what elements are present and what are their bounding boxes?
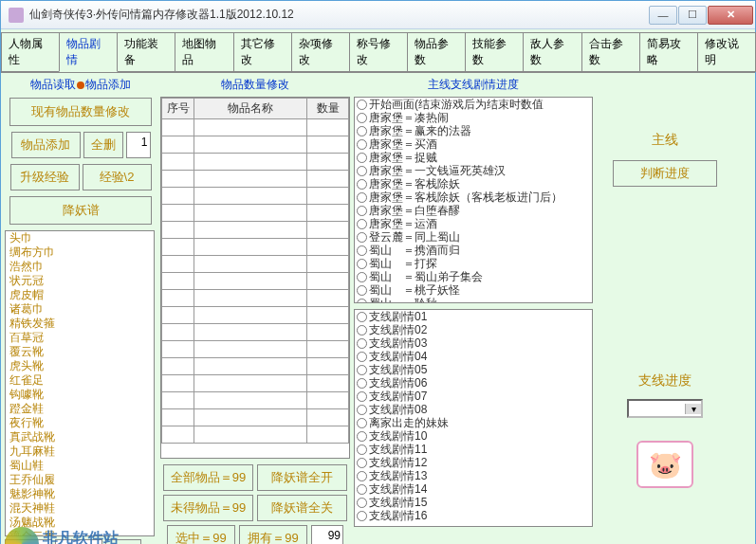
table-row[interactable] (162, 392, 349, 409)
table-row[interactable] (162, 426, 349, 444)
list-item[interactable]: 百草冠 (6, 331, 154, 345)
list-item[interactable]: 诸葛巾 (6, 302, 154, 317)
tab-10[interactable]: 合击参数 (581, 32, 640, 72)
radio-item[interactable]: 蜀山 ＝桃子妖怪 (355, 283, 592, 297)
yao-close-button[interactable]: 降妖谱全关 (257, 495, 347, 521)
sub-progress-select[interactable] (627, 399, 703, 418)
radio-item[interactable]: 支线剧情05 (355, 363, 592, 376)
upgrade-exp-button[interactable]: 升级经验 (10, 164, 80, 190)
tab-8[interactable]: 技能参数 (465, 32, 524, 72)
table-row[interactable] (162, 358, 349, 375)
radio-item[interactable]: 唐家堡＝买酒 (355, 137, 592, 151)
radio-item[interactable]: 支线剧情08 (355, 403, 592, 416)
table-row[interactable] (162, 171, 349, 188)
tab-5[interactable]: 杂项修改 (291, 32, 350, 72)
table-row[interactable] (162, 341, 349, 358)
radio-item[interactable]: 支线剧情12 (355, 456, 592, 469)
item-listbox[interactable]: 头巾绸布方巾浩然巾状元冠虎皮帽诸葛巾精铁发箍百草冠覆云靴虎头靴红雀足钩噱靴蹬金鞋… (5, 230, 155, 536)
table-row[interactable] (162, 188, 349, 205)
radio-item[interactable]: 蜀山 ＝蜀山弟子集会 (355, 270, 592, 283)
tab-6[interactable]: 称号修改 (349, 32, 408, 72)
list-item[interactable]: 魅影神靴 (6, 487, 154, 501)
radio-item[interactable]: 蜀山 ＝携酒而归 (355, 244, 592, 257)
table-row[interactable] (162, 239, 349, 256)
radio-item[interactable]: 支线剧情13 (355, 469, 592, 482)
yao-open-button[interactable]: 降妖谱全开 (257, 464, 347, 491)
radio-item[interactable]: 唐家堡＝客栈除妖（客栈老板进门后） (355, 190, 592, 204)
main-story-list[interactable]: 开始画面(结束游戏后为结束时数值唐家堡＝凑热闹唐家堡＝赢来的法器唐家堡＝买酒唐家… (354, 97, 593, 303)
radio-item[interactable]: 支线剧情14 (355, 482, 592, 496)
list-item[interactable]: 状元冠 (6, 274, 154, 288)
tab-7[interactable]: 物品参数 (407, 32, 466, 72)
judge-button[interactable]: 判断进度 (613, 160, 717, 187)
radio-item[interactable]: 唐家堡＝白堕春醪 (355, 204, 592, 217)
radio-item[interactable]: 支线剧情03 (355, 336, 592, 350)
selected-99-button[interactable]: 选中＝99 (167, 525, 235, 544)
have-99-button[interactable]: 拥有＝99 (239, 525, 307, 544)
list-item[interactable]: 虎头靴 (6, 359, 154, 373)
radio-item[interactable]: 唐家堡＝运酒 (355, 217, 592, 230)
radio-item[interactable]: 支线剧情04 (355, 350, 592, 363)
table-row[interactable] (162, 256, 349, 273)
tab-11[interactable]: 简易攻略 (639, 32, 698, 72)
radio-item[interactable]: 蜀山 ＝聆秋 (355, 297, 592, 303)
table-row[interactable] (162, 409, 349, 426)
table-row[interactable] (162, 154, 349, 171)
tab-4[interactable]: 其它修改 (233, 32, 292, 72)
list-item[interactable]: 浩然巾 (6, 260, 154, 274)
qty-grid[interactable]: 序号 物品名称 数量 (160, 97, 350, 459)
list-item[interactable]: 九耳麻鞋 (6, 444, 154, 459)
radio-item[interactable]: 唐家堡＝赢来的法器 (355, 124, 592, 137)
qty-input[interactable]: 1 (126, 132, 151, 158)
table-row[interactable] (162, 205, 349, 222)
list-item[interactable]: 王乔仙履 (6, 473, 154, 487)
table-row[interactable] (162, 136, 349, 154)
radio-item[interactable]: 支线剧情15 (355, 496, 592, 509)
radio-item[interactable]: 唐家堡＝凑热闹 (355, 111, 592, 124)
list-item[interactable]: 夜行靴 (6, 416, 154, 430)
list-item[interactable]: 蹬金鞋 (6, 402, 154, 416)
yao-book-button[interactable]: 降妖谱 (9, 196, 152, 225)
radio-item[interactable]: 唐家堡＝捉贼 (355, 151, 592, 164)
table-row[interactable] (162, 324, 349, 341)
list-item[interactable]: 头巾 (6, 231, 154, 245)
radio-item[interactable]: 支线剧情10 (355, 429, 592, 443)
all-99-button[interactable]: 全部物品＝99 (163, 464, 253, 491)
tab-3[interactable]: 地图物品 (175, 32, 233, 72)
list-item[interactable]: 真武战靴 (6, 430, 154, 444)
tab-2[interactable]: 功能装备 (117, 32, 175, 72)
list-item[interactable]: 绸布方巾 (6, 245, 154, 260)
table-row[interactable] (162, 273, 349, 290)
table-row[interactable] (162, 222, 349, 239)
list-item[interactable]: 精铁发箍 (6, 317, 154, 331)
table-row[interactable] (162, 375, 349, 392)
list-item[interactable]: 红雀足 (6, 373, 154, 388)
add-item-button[interactable]: 物品添加 (11, 132, 81, 158)
not-got-99-button[interactable]: 未得物品＝99 (163, 495, 253, 521)
list-item[interactable]: 蜀山鞋 (6, 459, 154, 473)
radio-item[interactable]: 蜀山 ＝打探 (355, 257, 592, 270)
radio-item[interactable]: 支线剧情11 (355, 443, 592, 456)
radio-item[interactable]: 唐家堡＝一文钱逼死英雄汉 (355, 164, 592, 177)
have-qty-input[interactable]: 99 (311, 525, 343, 544)
tab-0[interactable]: 人物属性 (1, 32, 60, 72)
maximize-button[interactable]: ☐ (678, 6, 707, 25)
list-item[interactable]: 覆云靴 (6, 345, 154, 359)
delete-all-button[interactable]: 全删 (83, 132, 123, 158)
radio-item[interactable]: 支线剧情01 (355, 310, 592, 323)
radio-item[interactable]: 离家出走的妹妹 (355, 416, 592, 429)
radio-item[interactable]: 登云麓＝同上蜀山 (355, 230, 592, 244)
radio-item[interactable]: 支线剧情16 (355, 509, 592, 522)
tab-12[interactable]: 修改说明 (697, 32, 756, 72)
exp-half-button[interactable]: 经验\2 (83, 164, 152, 190)
radio-item[interactable]: 支线剧情06 (355, 376, 592, 390)
close-button[interactable]: ✕ (708, 6, 753, 25)
table-row[interactable] (162, 307, 349, 324)
list-item[interactable]: 钩噱靴 (6, 388, 154, 402)
tab-1[interactable]: 物品剧情 (59, 32, 118, 72)
modify-qty-button[interactable]: 现有物品数量修改 (9, 98, 152, 126)
sub-story-list[interactable]: 支线剧情01支线剧情02支线剧情03支线剧情04支线剧情05支线剧情06支线剧情… (354, 309, 593, 527)
minimize-button[interactable]: — (649, 6, 677, 25)
tab-9[interactable]: 敌人参数 (523, 32, 581, 72)
table-row[interactable] (162, 119, 349, 136)
